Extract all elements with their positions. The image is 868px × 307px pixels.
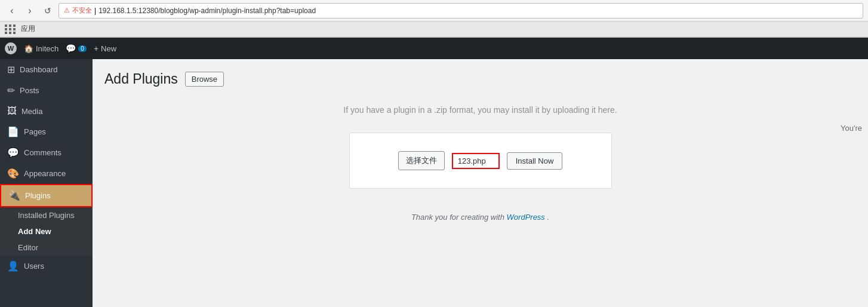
comments-icon: 💬	[7, 147, 19, 158]
footer-text: Thank you for creating with WordPress .	[104, 213, 856, 222]
admin-bar-site[interactable]: 🏠 Initech	[24, 44, 59, 53]
wp-logo-icon: W	[5, 42, 17, 54]
sidebar-item-dashboard[interactable]: ⊞ Dashboard	[0, 59, 93, 80]
wordpress-link[interactable]: WordPress	[507, 213, 545, 222]
url-separator: |	[94, 7, 96, 15]
posts-icon: ✏	[7, 85, 15, 96]
sidebar-item-plugins[interactable]: 🔌 Plugins	[0, 184, 93, 207]
sidebar-label-comments: Comments	[24, 148, 61, 157]
browse-button[interactable]: Browse	[185, 72, 224, 87]
sidebar-item-comments[interactable]: 💬 Comments	[0, 142, 93, 163]
sidebar-label-posts: Posts	[20, 86, 39, 95]
media-icon: 🖼	[7, 106, 17, 116]
footer-period: .	[547, 213, 550, 222]
wp-admin-layout: ⊞ Dashboard ✏ Posts 🖼 Media 📄 Pages 💬 Co…	[0, 59, 868, 307]
apps-grid-icon	[5, 24, 16, 34]
comment-icon: 💬	[66, 44, 76, 53]
sidebar: ⊞ Dashboard ✏ Posts 🖼 Media 📄 Pages 💬 Co…	[0, 59, 93, 307]
url-text: 192.168.1.5:12380/blogblog/wp-admin/plug…	[99, 7, 316, 15]
sidebar-label-pages: Pages	[24, 127, 46, 136]
reload-button[interactable]: ↺	[41, 4, 55, 18]
sidebar-item-posts[interactable]: ✏ Posts	[0, 80, 93, 101]
not-secure-label: 不安全	[72, 6, 92, 15]
users-icon: 👤	[7, 260, 19, 272]
address-bar: ⚠ 不安全 | 192.168.1.5:12380/blogblog/wp-ad…	[59, 3, 863, 19]
sidebar-sub-add-new[interactable]: Add New	[0, 223, 93, 240]
forward-button[interactable]: ›	[23, 4, 37, 18]
sidebar-sub-installed-plugins[interactable]: Installed Plugins	[0, 207, 93, 223]
footer-static-text: Thank you for creating with	[411, 213, 507, 222]
security-warning-icon: ⚠	[64, 7, 70, 14]
sidebar-label-plugins: Plugins	[25, 191, 51, 200]
choose-file-button[interactable]: 选择文件	[398, 151, 445, 170]
add-icon: +	[94, 44, 99, 53]
sidebar-item-media[interactable]: 🖼 Media	[0, 101, 93, 121]
file-name-display: 123.php	[452, 153, 500, 169]
you-text: You're	[841, 124, 862, 133]
sidebar-sub-editor[interactable]: Editor	[0, 240, 93, 256]
sidebar-label-dashboard: Dashboard	[20, 65, 58, 74]
sidebar-label-media: Media	[21, 107, 42, 116]
install-now-button[interactable]: Install Now	[507, 152, 563, 170]
comment-count: 0	[78, 45, 87, 52]
new-label: New	[101, 44, 116, 53]
main-content: You're Add Plugins Browse If you have a …	[93, 59, 868, 307]
upload-area: 选择文件 123.php Install Now	[349, 133, 612, 189]
pages-icon: 📄	[7, 126, 19, 137]
page-title: Add Plugins	[104, 71, 178, 87]
plugins-icon: 🔌	[8, 190, 20, 201]
sidebar-item-pages[interactable]: 📄 Pages	[0, 121, 93, 142]
sidebar-item-appearance[interactable]: 🎨 Appearance	[0, 163, 93, 184]
dashboard-icon: ⊞	[7, 64, 15, 75]
sidebar-label-users: Users	[24, 262, 44, 271]
appearance-icon: 🎨	[7, 168, 19, 179]
site-name: Initech	[36, 44, 59, 53]
plugins-submenu: Installed Plugins Add New Editor	[0, 207, 93, 256]
page-header: Add Plugins Browse	[104, 71, 856, 87]
wp-logo-item[interactable]: W	[5, 42, 17, 54]
sidebar-item-users[interactable]: 👤 Users	[0, 256, 93, 277]
admin-bar: W 🏠 Initech 💬 0 + New	[0, 38, 868, 59]
sidebar-label-appearance: Appearance	[24, 169, 66, 178]
admin-bar-comments[interactable]: 💬 0	[66, 44, 87, 53]
home-icon: 🏠	[24, 44, 33, 53]
admin-bar-new[interactable]: + New	[94, 44, 116, 53]
upload-info-text: If you have a plugin in a .zip format, y…	[104, 105, 856, 115]
apps-label: 应用	[21, 24, 35, 34]
back-button[interactable]: ‹	[5, 4, 19, 18]
